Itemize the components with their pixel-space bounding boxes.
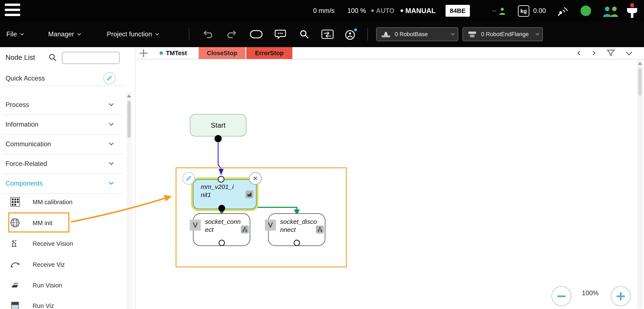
node-search-input[interactable] (62, 52, 120, 64)
item-label: Receive Vision (32, 240, 73, 247)
users-icon[interactable] (601, 5, 620, 17)
quick-access-edit-button[interactable] (103, 72, 116, 84)
menu-file-label: File (6, 30, 17, 38)
start-output-port[interactable] (214, 135, 222, 142)
scrollbar-thumb[interactable] (638, 68, 642, 96)
sidebar-section-information[interactable]: Information (0, 115, 126, 134)
io-exchange-button[interactable] (320, 28, 334, 40)
auto-label: AUTO (376, 7, 394, 14)
manual-label: MANUAL (405, 7, 436, 15)
toolbar-divider (368, 28, 368, 40)
component-item-receive-viz[interactable]: Receive Viz (0, 254, 126, 275)
tab-label: TMTest (166, 50, 187, 57)
component-item-mm-init[interactable]: MM init (0, 212, 126, 233)
hamburger-menu-icon[interactable] (5, 3, 21, 17)
menu-bar: File Manager Project function (0, 21, 644, 47)
chevron-left-icon (577, 51, 582, 56)
node-frame-button[interactable] (249, 28, 263, 40)
top-status-bar: 0 mm/s 100 % AUTO MANUAL 84BE kg 0.00 (0, 0, 644, 21)
receive-viz-icon (10, 260, 20, 269)
component-item-receive-vision[interactable]: Receive Vision (0, 233, 126, 254)
component-item-mm-calibration[interactable]: MM calibration (0, 192, 126, 212)
init-output-port[interactable] (218, 205, 225, 212)
node-delete-button[interactable] (249, 172, 262, 185)
tab-errorstop[interactable]: ErrorStop (246, 47, 292, 59)
robot-end-flange-dropdown[interactable]: 0 RobotEndFlange (462, 27, 543, 41)
component-item-run-vision[interactable]: Run Vision (0, 275, 126, 296)
manual-dot-icon (400, 9, 403, 12)
scroll-up-arrow-icon[interactable] (638, 62, 642, 65)
sidebar-section-communication[interactable]: Communication (0, 134, 126, 154)
scrollbar-thumb[interactable] (127, 101, 131, 138)
menu-project-function[interactable]: Project function (107, 21, 158, 47)
search-icon[interactable] (48, 53, 57, 62)
close-icon (252, 175, 259, 182)
search-node-button[interactable] (297, 28, 311, 40)
section-label: Components (6, 180, 43, 187)
tab-tmtest[interactable]: TMTest (151, 47, 196, 59)
toolbar-divider (189, 28, 189, 40)
signal-tool-icon[interactable] (556, 5, 569, 17)
chevron-right-icon (591, 51, 596, 56)
node-list-panel: Node List Quick Access Process Informati… (0, 47, 136, 309)
flow-node-start[interactable]: Start (190, 114, 246, 137)
undo-button[interactable] (201, 28, 215, 40)
socket-disconnect-output-port[interactable] (294, 240, 300, 246)
tab-scroll-right-button[interactable] (592, 47, 595, 59)
flow-canvas[interactable]: Start mm_v201_init1 socket_connect V (136, 59, 644, 309)
item-label: MM calibration (32, 198, 72, 205)
network-tree-icon (242, 227, 248, 232)
item-label: Run Vision (32, 282, 62, 289)
end-module-icon[interactable] (624, 3, 640, 19)
redo-icon (226, 29, 237, 40)
section-label: Force-Related (6, 160, 47, 168)
init-input-port[interactable] (218, 176, 224, 183)
node-list-title: Node List (6, 53, 35, 61)
sidebar-section-force-related[interactable]: Force-Related (0, 154, 126, 174)
chevron-down-icon (451, 32, 455, 35)
chevron-down-icon (109, 180, 114, 185)
sidebar-scrollbar[interactable] (126, 92, 132, 309)
scroll-up-arrow-icon[interactable] (127, 94, 131, 97)
menu-manager-label: Manager (48, 30, 74, 38)
filter-funnel-icon (606, 49, 615, 57)
tab-closestop[interactable]: CloseStop (199, 47, 246, 59)
node-edit-button[interactable] (182, 172, 195, 185)
robot-id-badge: 84BE (446, 5, 470, 17)
chevron-down-icon (109, 141, 114, 146)
tab-label: CloseStop (207, 50, 237, 57)
search-icon (299, 29, 310, 39)
start-node-label: Start (211, 121, 226, 129)
chevron-down-icon (20, 32, 24, 35)
filter-button[interactable] (606, 47, 615, 59)
item-label: Receive Viz (32, 261, 65, 268)
tab-scroll-left-button[interactable] (578, 47, 582, 59)
zoom-in-button[interactable] (610, 286, 631, 306)
connection-user-icon[interactable] (492, 7, 509, 15)
component-factory-icon (247, 192, 252, 197)
socket-connect-output-port[interactable] (218, 240, 225, 246)
zoom-out-button[interactable] (551, 286, 572, 306)
menu-file[interactable]: File (6, 21, 23, 47)
payload-kg-icon[interactable]: kg (518, 5, 529, 17)
variable-badge: V (265, 220, 276, 231)
payload-unit-label: kg (520, 8, 527, 14)
robot-base-dropdown[interactable]: 0 RobotBase (376, 27, 458, 41)
minus-icon (557, 296, 566, 297)
menu-manager[interactable]: Manager (48, 21, 80, 47)
add-tab-button[interactable] (138, 49, 149, 58)
sidebar-section-process[interactable]: Process (0, 95, 126, 115)
canvas-scrollbar[interactable] (637, 60, 643, 308)
globe-icon (10, 218, 20, 228)
section-label: Communication (6, 140, 51, 148)
comment-button[interactable] (273, 28, 287, 40)
robot-base-value: 0 RobotBase (395, 31, 448, 38)
robot-point-button[interactable] (344, 28, 358, 40)
redo-button[interactable] (225, 28, 239, 40)
plus-icon (620, 292, 622, 301)
sidebar-section-components[interactable]: Components (0, 174, 126, 193)
socket-connect-label: socket_connect (205, 218, 243, 234)
component-item-run-viz[interactable]: Run Viz (0, 295, 126, 309)
frame-icon (250, 29, 263, 39)
collapse-panel-button[interactable] (627, 47, 631, 59)
